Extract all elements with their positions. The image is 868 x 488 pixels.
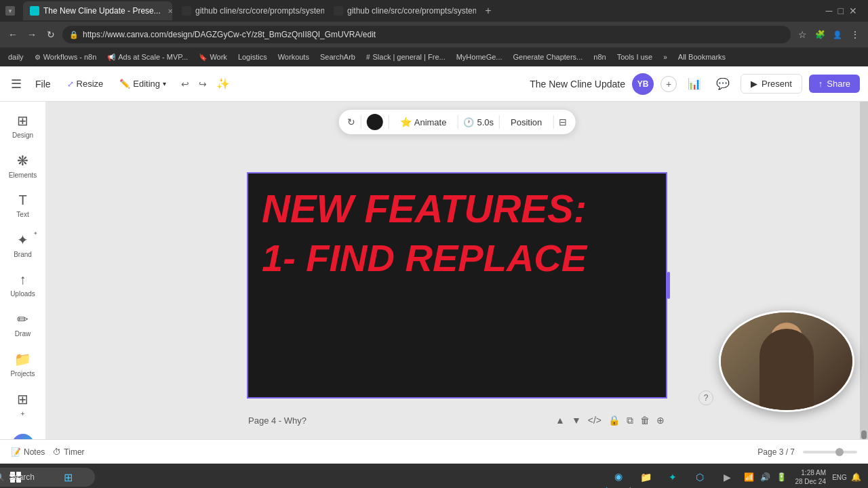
projects-icon: 📁 (14, 351, 31, 367)
bookmark-more[interactable]: » (660, 52, 670, 62)
color-picker[interactable] (367, 114, 383, 130)
taskbar-canva-app[interactable]: ✦ (660, 465, 685, 488)
analytics-button[interactable]: 📊 (684, 73, 705, 95)
bookmark-tools[interactable]: Tools I use (614, 52, 656, 62)
tray-battery[interactable]: 🔋 (774, 470, 788, 484)
bookmark-workflows[interactable]: ⚙ Workflows - n8n (32, 52, 100, 62)
page-slider-thumb[interactable] (835, 448, 844, 456)
tab-github-2[interactable]: github cline/src/core/prompts/system... … (327, 1, 476, 20)
page-down-icon[interactable]: ▼ (570, 413, 583, 428)
system-clock[interactable]: 1:28 AM 28 Dec 24 (791, 468, 830, 486)
tray-sound[interactable]: 🔊 (758, 470, 772, 484)
bookmark-daily[interactable]: daily (5, 52, 26, 62)
new-tab-button[interactable]: + (479, 1, 498, 20)
bookmark-all[interactable]: All Bookmarks (675, 52, 728, 62)
nav-bar: ← → ↻ 🔒 https://www.canva.com/design/DAG… (0, 22, 868, 47)
redo-button[interactable]: ↪ (195, 76, 211, 92)
menu-btn[interactable]: ⋮ (848, 27, 863, 42)
comments-button[interactable]: 💬 (712, 73, 734, 95)
bookmark-work-label: Work (210, 53, 226, 61)
github-favicon-2 (334, 6, 343, 16)
vertical-scrollbar[interactable] (860, 102, 868, 439)
page-copy-icon[interactable]: ⧉ (625, 413, 635, 428)
user-avatar[interactable]: YB (632, 73, 654, 95)
animate-button[interactable]: ⭐ Animate (395, 114, 452, 130)
hamburger-menu[interactable]: ☰ (8, 74, 24, 94)
back-btn[interactable]: ← (5, 27, 20, 42)
page-code-icon[interactable]: </> (587, 413, 603, 428)
taskbar-chrome[interactable]: ◉ (606, 465, 631, 488)
tray-network[interactable]: 📶 (742, 470, 755, 484)
elements-icon: ❋ (17, 152, 28, 169)
sidebar-item-uploads[interactable]: ↑ Uploads (3, 266, 43, 303)
present-button[interactable]: ▶ Present (741, 74, 802, 94)
scrollbar-thumb[interactable] (861, 430, 867, 439)
sidebar-item-elements[interactable]: ❋ Elements (3, 147, 43, 184)
page-slider[interactable] (803, 451, 857, 453)
bookmark-myhome[interactable]: MyHomeGe... (454, 52, 505, 62)
bookmark-searcharb[interactable]: SearchArb (317, 52, 358, 62)
forward-btn[interactable]: → (24, 27, 39, 42)
rotate-button[interactable]: ↻ (347, 117, 355, 127)
undo-button[interactable]: ↩ (177, 76, 193, 92)
present-label: Present (762, 79, 792, 89)
profile-btn[interactable]: 👤 (830, 27, 845, 42)
minimize-btn[interactable]: ─ (826, 5, 833, 16)
taskbar-widgets[interactable]: ⊞ (56, 465, 80, 488)
tab-canva-close[interactable]: ✕ (167, 7, 172, 15)
bookmark-ads[interactable]: 📢 Ads at Scale - MVP... (104, 52, 191, 62)
toolbar-divider-5 (553, 115, 553, 129)
sidebar-item-brand[interactable]: ✦ ✦ Brand (3, 226, 43, 264)
page-add-icon[interactable]: ⊕ (655, 413, 666, 428)
editing-button[interactable]: ✏️ Editing ▾ (114, 76, 172, 92)
sidebar-item-apps[interactable]: ⊞ + (3, 386, 43, 423)
help-button[interactable]: ? (698, 390, 713, 405)
slide-resize-handle[interactable] (667, 272, 670, 299)
bottom-bar: 📝 Notes ⏱ Timer Page 3 / 7 (0, 439, 868, 464)
extensions-btn[interactable]: 🧩 (812, 27, 827, 42)
sidebar-item-draw[interactable]: ✏ Draw (3, 306, 43, 343)
bookmark-workouts[interactable]: Workouts (275, 52, 312, 62)
bookmark-generate[interactable]: Generate Chapters... (511, 52, 586, 62)
taskbar-terminal[interactable]: ▶ (715, 465, 739, 488)
canva-favicon (30, 6, 39, 16)
bookmark-slack[interactable]: # Slack | general | Fre... (363, 52, 448, 62)
share-button[interactable]: ↑ Share (809, 75, 860, 93)
tab-github-1[interactable]: github cline/src/core/prompts/system... … (175, 1, 324, 20)
resize-button[interactable]: ⤢ Resize (62, 76, 109, 92)
filter-button[interactable]: ⊟ (559, 117, 567, 127)
time-display[interactable]: 🕐 5.0s (463, 117, 494, 127)
slide-1[interactable]: NEW FEATURES: 1- FIND REPLACE (247, 172, 667, 399)
tab-canva[interactable]: The New Cline Update - Prese... ✕ (23, 1, 172, 20)
sidebar-item-design[interactable]: ⊞ Design (3, 107, 43, 144)
address-bar[interactable]: 🔒 https://www.canva.com/design/DAGZGyCw-… (62, 26, 791, 43)
timer-button[interactable]: ⏱ Timer (53, 447, 84, 457)
bookmark-work[interactable]: 🔖 Work (196, 52, 229, 62)
file-button[interactable]: File (30, 76, 56, 92)
sidebar-item-assistant[interactable]: ✦ (3, 428, 43, 439)
canvas-area[interactable]: ↻ ⭐ Animate 🕐 5.0s Position ⊟ (46, 102, 868, 439)
tray-lang[interactable]: ENG (833, 470, 846, 484)
taskbar-search-bar[interactable]: 🔍 Search (0, 468, 95, 487)
maximize-btn[interactable]: □ (838, 5, 844, 16)
page-lock-icon[interactable]: 🔒 (607, 413, 621, 428)
taskbar-vscode[interactable]: ⬡ (688, 465, 712, 488)
webcam-body (760, 329, 814, 410)
bookmark-star-btn[interactable]: ☆ (795, 27, 810, 42)
notes-button[interactable]: 📝 Notes (11, 447, 45, 457)
sidebar-item-text[interactable]: T Text (3, 187, 43, 224)
taskbar-explorer[interactable]: 📁 (633, 465, 658, 488)
close-btn[interactable]: ✕ (849, 5, 857, 16)
bookmark-n8n[interactable]: n8n (591, 52, 608, 62)
page-delete-icon[interactable]: 🗑 (639, 413, 651, 428)
position-button[interactable]: Position (505, 115, 547, 130)
add-collaborator-button[interactable]: + (660, 76, 677, 92)
taskbar-search-btn[interactable]: 🔍 Search (28, 465, 53, 488)
reload-btn[interactable]: ↻ (43, 27, 58, 42)
notification-icon[interactable]: 🔔 (849, 470, 863, 484)
bookmark-logistics[interactable]: Logistics (235, 52, 270, 62)
magic-button[interactable]: ✨ (216, 77, 230, 90)
sidebar-item-projects[interactable]: 📁 Projects (3, 346, 43, 383)
bookmark-logistics-label: Logistics (238, 53, 267, 61)
page-up-icon[interactable]: ▲ (554, 413, 566, 428)
